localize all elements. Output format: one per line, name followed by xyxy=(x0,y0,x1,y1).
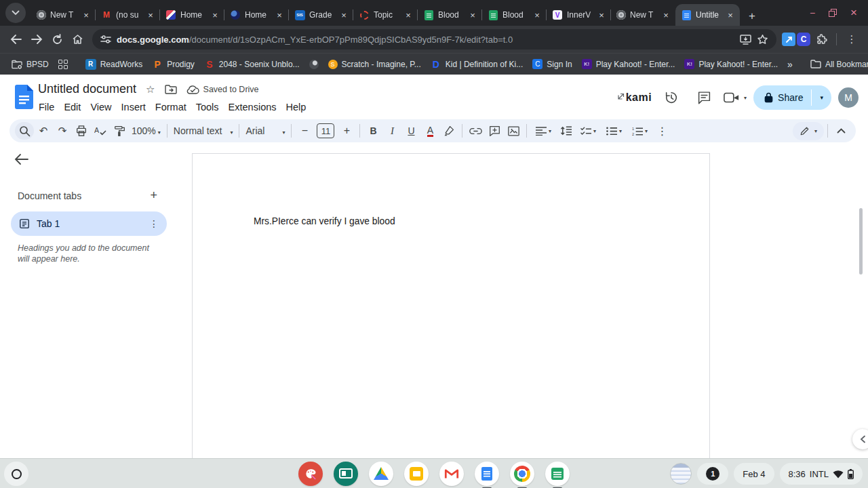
notification-tray[interactable]: 1 xyxy=(697,463,728,485)
browser-tab[interactable]: New T× xyxy=(31,4,96,26)
restore-button[interactable] xyxy=(829,9,837,17)
bookmark-kahoot-2[interactable]: K!Play Kahoot! - Enter... xyxy=(679,56,783,73)
numbered-list-icon[interactable]: 12▾ xyxy=(627,122,652,140)
bookmark-kahoot-1[interactable]: K!Play Kahoot! - Enter... xyxy=(577,56,680,73)
bookmark-star-icon[interactable] xyxy=(757,34,768,45)
side-panel-collapse-button[interactable] xyxy=(852,429,868,449)
scrollbar[interactable] xyxy=(859,208,863,274)
browser-tab[interactable]: Home× xyxy=(224,4,289,26)
bookmark-2048[interactable]: S2048 - Soenix Unblo... xyxy=(199,56,304,73)
browser-tab[interactable]: New T× xyxy=(611,4,675,26)
increase-font-icon[interactable]: + xyxy=(337,122,356,140)
kami-button[interactable]: kami xyxy=(618,92,652,104)
back-button[interactable] xyxy=(7,30,26,49)
underline-icon[interactable]: U xyxy=(401,122,420,140)
tab-close-icon[interactable]: × xyxy=(81,9,92,20)
browser-tab[interactable]: VInnerV× xyxy=(547,4,611,26)
kami-extension-icon[interactable] xyxy=(782,33,795,46)
paragraph-style-control[interactable]: Normal text▾ xyxy=(171,125,236,136)
close-tabs-panel-button[interactable] xyxy=(14,153,28,165)
add-tab-button[interactable]: + xyxy=(150,188,157,203)
window-preview-thumbnail[interactable] xyxy=(670,463,692,485)
spellcheck-icon[interactable]: A xyxy=(91,122,110,140)
browser-tab[interactable]: Topic× xyxy=(353,4,418,26)
document-title[interactable]: Untitled document xyxy=(38,82,136,96)
italic-icon[interactable]: I xyxy=(382,122,401,140)
tab-close-icon[interactable]: × xyxy=(403,9,414,20)
menu-edit[interactable]: Edit xyxy=(59,100,85,115)
document-tab-item[interactable]: Tab 1 ⋮ xyxy=(11,211,167,236)
undo-icon[interactable]: ↶ xyxy=(34,122,53,140)
menu-help[interactable]: Help xyxy=(281,100,311,115)
status-tray[interactable]: 8:36 INTL xyxy=(780,463,863,485)
tab-close-icon[interactable]: × xyxy=(210,9,220,20)
tab-options-icon[interactable]: ⋮ xyxy=(149,218,159,229)
google-drive-app[interactable] xyxy=(369,462,393,486)
version-history-icon[interactable] xyxy=(658,85,684,110)
insert-image-icon[interactable] xyxy=(504,122,523,140)
google-docs-app[interactable] xyxy=(475,462,499,486)
save-status[interactable]: Saved to Drive xyxy=(186,85,259,94)
extensions-puzzle-icon[interactable] xyxy=(812,30,831,49)
document-text[interactable]: Mrs.PIerce can verify I gave blood xyxy=(254,216,395,226)
new-tab-button[interactable]: + xyxy=(743,7,762,26)
share-dropdown[interactable]: ▾ xyxy=(812,85,831,110)
bookmark-folder-bpsd[interactable]: BPSD xyxy=(7,56,54,73)
screencast-app[interactable] xyxy=(334,462,358,486)
menu-format[interactable]: Format xyxy=(151,100,191,115)
bookmark-scratch[interactable]: SScratch - Imagine, P... xyxy=(323,56,426,73)
google-chrome-app[interactable] xyxy=(510,462,534,486)
bookmarks-overflow-chevron[interactable]: » xyxy=(783,56,797,73)
paint-format-icon[interactable] xyxy=(110,122,129,140)
tab-close-icon[interactable]: × xyxy=(596,9,607,20)
text-color-icon[interactable]: A xyxy=(420,122,439,140)
forward-button[interactable] xyxy=(27,30,46,49)
menu-insert[interactable]: Insert xyxy=(117,100,151,115)
font-family-control[interactable]: Arial▾ xyxy=(243,125,288,136)
tab-close-icon[interactable]: × xyxy=(532,9,542,20)
line-spacing-icon[interactable] xyxy=(556,122,575,140)
chrome-canvas-app[interactable] xyxy=(298,462,323,486)
reload-button[interactable] xyxy=(47,30,66,49)
menu-file[interactable]: File xyxy=(34,100,59,115)
tab-search-button[interactable] xyxy=(5,3,26,23)
bookmark-readworks[interactable]: RReadWorks xyxy=(81,56,147,73)
checklist-icon[interactable]: ▾ xyxy=(575,122,601,140)
clever-extension-icon[interactable]: C xyxy=(797,33,810,46)
tab-close-icon[interactable]: × xyxy=(145,9,156,20)
tab-close-icon[interactable]: × xyxy=(467,9,478,20)
browser-tab[interactable]: M(no su× xyxy=(96,4,160,26)
bookmark-kid-definition[interactable]: DKid | Definition of Ki... xyxy=(426,56,528,73)
bold-icon[interactable]: B xyxy=(363,122,382,140)
align-icon[interactable]: ▾ xyxy=(530,122,556,140)
tab-close-icon[interactable]: × xyxy=(725,9,736,20)
menu-extensions[interactable]: Extensions xyxy=(224,100,281,115)
tab-close-icon[interactable]: × xyxy=(660,9,671,20)
browser-tab[interactable]: Home× xyxy=(160,4,224,26)
tab-close-icon[interactable]: × xyxy=(338,9,349,20)
bulleted-list-icon[interactable]: ▾ xyxy=(601,122,627,140)
minimize-button[interactable]: − xyxy=(810,7,815,18)
document-page[interactable]: Mrs.PIerce can verify I gave blood xyxy=(192,153,710,458)
site-info-icon[interactable] xyxy=(100,35,111,44)
insert-link-icon[interactable] xyxy=(466,122,485,140)
browser-tab[interactable]: Blood× xyxy=(482,4,547,26)
bookmark-apps[interactable] xyxy=(54,56,73,73)
print-icon[interactable] xyxy=(72,122,91,140)
browser-menu-icon[interactable]: ⋮ xyxy=(842,30,861,49)
browser-tab[interactable]: SISGrade× xyxy=(289,4,353,26)
zoom-control[interactable]: 100%▾ xyxy=(129,125,163,136)
menu-view[interactable]: View xyxy=(85,100,116,115)
install-app-icon[interactable] xyxy=(740,35,751,45)
bookmark-clever-signin[interactable]: CSign In xyxy=(528,56,576,73)
star-icon[interactable]: ☆ xyxy=(146,83,155,96)
gmail-app[interactable] xyxy=(439,462,464,486)
tab-close-icon[interactable]: × xyxy=(274,9,285,20)
google-slides-app[interactable] xyxy=(404,462,429,486)
decrease-font-icon[interactable]: − xyxy=(295,122,314,140)
browser-tab[interactable]: Blood× xyxy=(418,4,482,26)
move-folder-icon[interactable] xyxy=(165,85,177,94)
browser-tab-active[interactable]: Untitle× xyxy=(675,4,740,26)
all-bookmarks-button[interactable]: All Bookmarks xyxy=(806,56,868,73)
share-button[interactable]: Share ▾ xyxy=(753,85,831,110)
